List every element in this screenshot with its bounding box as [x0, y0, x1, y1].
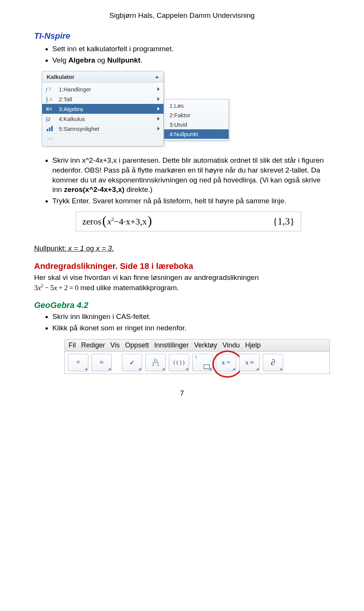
check-icon: ✓ — [129, 358, 135, 367]
eq: x = 1 — [68, 244, 84, 252]
eq: x = 3 — [96, 244, 112, 252]
zeros-x: x — [107, 217, 111, 227]
gg-menu-vindu[interactable]: Vindu — [223, 341, 240, 349]
menu-item-label: 4:Kalkulus — [59, 116, 85, 122]
zeros-result-values: 1,3 — [278, 216, 290, 227]
bullet-item: Skriv inn likningen i CAS-feltet. — [52, 312, 330, 322]
gg-btn-nsolve[interactable]: x ≈ — [239, 354, 260, 371]
eq-coef: 3 — [34, 284, 38, 292]
text: . — [112, 244, 114, 252]
svg-text:X=: X= — [46, 106, 52, 112]
fx-icon: f1: — [45, 86, 56, 93]
submenu-item-faktor[interactable]: 2:Faktor — [164, 110, 229, 120]
text: . — [140, 56, 142, 64]
dropdown-corner-icon — [279, 368, 282, 370]
geogebra-toolbar: = ≈ ✓ 15 3 · 5 ( ( ) ) 7 x = — [64, 352, 330, 374]
submenu-label: 2:Faktor — [169, 112, 190, 118]
submenu-label: 4:Nullpunkt — [169, 131, 198, 137]
menu-item-tall[interactable]: 12,5 2:Tall — [42, 94, 163, 104]
text: med ulike matematikkprogram. — [80, 284, 179, 292]
dropdown-corner-icon — [256, 368, 259, 370]
gg-btn-factor[interactable]: 15 3 · 5 — [145, 354, 166, 371]
section-title-andregradslikninger: Andregradslikninger. Side 18 i læreboka — [34, 261, 330, 271]
text: Her skal vi vise hvordan vi kan finne lø… — [34, 273, 259, 281]
eq-coef: 5 — [50, 284, 54, 292]
gg-btn-solve[interactable]: x = — [216, 354, 236, 371]
approx-icon: ≈ — [100, 358, 104, 366]
svg-text:2: 2 — [46, 99, 48, 102]
equation: 3x2−5x+2=0 — [34, 284, 80, 292]
paren-close-icon: ) — [147, 214, 152, 227]
gg-btn-derivative[interactable]: ∂ — [263, 354, 283, 371]
paren-open-icon: ( — [102, 214, 107, 227]
geogebra-bullet-list: Skriv inn likningen i CAS-feltet. Klikk … — [34, 312, 330, 333]
zeros-fn: zeros — [82, 217, 102, 227]
svg-rect-10 — [49, 127, 50, 131]
gg-menu-verktoy[interactable]: Verktøy — [194, 341, 217, 349]
more-icon — [45, 136, 56, 143]
text: direkte.) — [124, 185, 152, 193]
menu-item-algebra[interactable]: X= 3:Algebra — [42, 104, 163, 114]
zeros-sup: 2 — [111, 216, 114, 222]
gg-menu-rediger[interactable]: Rediger — [81, 341, 105, 349]
menu-title-text: Kalkulator — [47, 74, 74, 80]
dropdown-corner-icon — [185, 368, 188, 370]
menu-item-cut — [42, 134, 163, 145]
text-bold: zeros(x^2-4x+3,x) — [64, 185, 125, 193]
bullet-item: Klikk på ikonet som er ringet inn nedenf… — [52, 323, 330, 333]
gg-btn-substitute[interactable]: 7 — [192, 354, 213, 371]
text: og — [95, 56, 107, 64]
gg-menu-vis[interactable]: Vis — [110, 341, 120, 349]
fraction-icon: 15 3 · 5 — [151, 358, 160, 367]
andregrad-paragraph: Her skal vi vise hvordan vi kan finne lø… — [34, 273, 330, 293]
eq-x: x — [38, 284, 41, 292]
submenu-item-utvid[interactable]: 3:Utvid — [164, 120, 229, 129]
frac-den: 3 · 5 — [151, 363, 160, 367]
eq-op: − — [43, 284, 50, 292]
x-approx-icon: x ≈ — [245, 359, 254, 366]
text-bold: Algebra — [68, 56, 95, 64]
menu-item-label: 5:Sannsynlighet — [59, 126, 99, 132]
svg-rect-9 — [47, 129, 48, 131]
section-title-geogebra: GeoGebra 4.2 — [34, 300, 330, 310]
menu-item-label: 2:Tall — [59, 96, 72, 102]
eq-op: = — [68, 284, 75, 292]
bullet-item: Velg Algebra og Nullpunkt. — [52, 55, 330, 65]
nullpunkt-line: Nullpunkt: x = 1 og x = 3. — [34, 243, 330, 254]
geogebra-menubar: Fil Rediger Vis Oppsett Innstillinger Ve… — [64, 339, 330, 352]
bullet-item: Sett inn et kalkulatorfelt i programmet. — [52, 44, 330, 54]
x-equals-icon: x = — [222, 359, 230, 366]
gg-btn-equals[interactable]: = — [68, 354, 88, 371]
menu-item-kalkulus[interactable]: ∫d 4:Kalkulus — [42, 114, 163, 124]
ti-bullet-list-2: Skriv inn x^2-4x+3,x i parentesen. Dette… — [34, 155, 330, 206]
dropdown-corner-icon — [108, 368, 111, 370]
menu-item-sannsynlighet[interactable]: 5:Sannsynlighet — [42, 124, 163, 134]
seven-icon: 7 — [195, 355, 197, 360]
dropdown-corner-icon — [85, 368, 87, 370]
gg-menu-oppsett[interactable]: Oppsett — [125, 341, 149, 349]
gg-menu-fil[interactable]: Fil — [69, 341, 76, 349]
menu-item-label: 1:Handlinger — [59, 86, 91, 93]
svg-rect-11 — [51, 126, 53, 131]
zeros-result-box: zeros(x2−4·x+3,x) {1,3} — [76, 212, 301, 231]
x-equals-icon: X= — [45, 105, 56, 112]
integral-icon: ∫d — [45, 115, 56, 122]
submenu-item-nullpunkt[interactable]: 4:Nullpunkt — [164, 129, 229, 139]
gg-menu-hjelp[interactable]: Hjelp — [245, 341, 261, 349]
menu-panel-title: Kalkulator — [42, 71, 163, 83]
gg-menu-innstillinger[interactable]: Innstillinger — [154, 341, 189, 349]
submenu-item-los[interactable]: 1:Løs — [164, 101, 229, 110]
eq-num: 2 — [64, 284, 68, 292]
dropdown-corner-icon — [209, 368, 212, 370]
arrow-right-icon — [157, 107, 160, 111]
gg-btn-check[interactable]: ✓ — [122, 354, 142, 371]
ti-bullet-list-1: Sett inn et kalkulatorfelt i programmet.… — [34, 44, 330, 65]
gg-btn-approx[interactable]: ≈ — [91, 354, 112, 371]
arrow-right-icon — [157, 127, 160, 130]
gg-btn-paren[interactable]: ( ( ) ) — [169, 354, 189, 371]
arrow-right-icon — [157, 87, 160, 91]
svg-text:f: f — [46, 86, 48, 92]
author-line: Sigbjørn Hals, Cappelen Damm Undervisnin… — [34, 11, 330, 20]
menu-item-handlinger[interactable]: f1: 1:Handlinger — [42, 84, 163, 94]
svg-text::: : — [50, 87, 52, 92]
